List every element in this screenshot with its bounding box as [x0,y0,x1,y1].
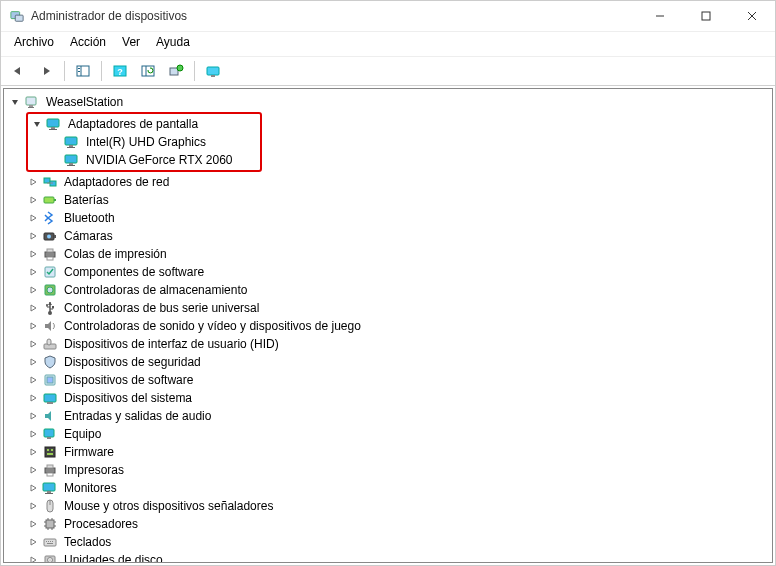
category-17[interactable]: Monitores [26,479,768,497]
category-0-label: Adaptadores de red [62,174,171,190]
category-14[interactable]: Equipo [26,425,768,443]
category-4[interactable]: Colas de impresión [26,245,768,263]
chevron-right-icon[interactable] [26,427,40,441]
category-8[interactable]: Controladoras de sonido y vídeo y dispos… [26,317,768,335]
category-18[interactable]: Mouse y otros dispositivos señaladores [26,497,768,515]
svg-rect-25 [69,145,73,147]
svg-point-15 [177,65,183,71]
category-15[interactable]: Firmware [26,443,768,461]
category-2[interactable]: Bluetooth [26,209,768,227]
chevron-right-icon[interactable] [26,229,40,243]
category-6[interactable]: Controladoras de almacenamiento [26,281,768,299]
svg-rect-78 [48,541,49,542]
svg-rect-48 [47,339,51,345]
svg-rect-24 [65,137,77,145]
category-19-label: Procesadores [62,516,140,532]
menu-ayuda[interactable]: Ayuda [149,34,197,54]
category-12[interactable]: Dispositivos del sistema [26,389,768,407]
category-7-icon [42,300,58,316]
chevron-right-icon[interactable] [26,535,40,549]
maximize-button[interactable] [683,1,729,31]
device-display-1-icon [64,152,80,168]
device-display-1[interactable]: NVIDIA GeForce RTX 2060 [48,151,258,169]
chevron-right-icon[interactable] [26,517,40,531]
category-7[interactable]: Controladoras de bus serie universal [26,299,768,317]
category-9-icon [42,336,58,352]
svg-rect-52 [47,402,53,404]
tree-root-node[interactable]: WeaselStation [8,93,768,111]
category-4-icon [42,246,58,262]
svg-rect-16 [207,67,219,75]
device-tree[interactable]: WeaselStationAdaptadores de pantallaInte… [3,88,773,563]
category-1[interactable]: Baterías [26,191,768,209]
tree-root-node-icon [24,94,40,110]
category-12-icon [42,390,58,406]
category-16[interactable]: Impresoras [26,461,768,479]
chevron-right-icon[interactable] [26,175,40,189]
menu-ver[interactable]: Ver [115,34,147,54]
svg-point-36 [47,235,51,239]
chevron-down-icon[interactable] [8,95,22,109]
svg-rect-57 [51,449,53,451]
category-display-adapters[interactable]: Adaptadores de pantalla [30,115,258,133]
svg-rect-38 [45,252,55,257]
chevron-right-icon[interactable] [26,355,40,369]
menubar: Archivo Acción Ver Ayuda [1,32,775,57]
chevron-right-icon[interactable] [26,211,40,225]
chevron-right-icon[interactable] [26,193,40,207]
scan-hardware-button[interactable] [163,58,189,84]
highlighted-display-adapters: Adaptadores de pantallaIntel(R) UHD Grap… [26,112,262,172]
display-devices-button[interactable] [200,58,226,84]
category-16-icon [42,462,58,478]
chevron-right-icon[interactable] [26,373,40,387]
chevron-right-icon[interactable] [26,337,40,351]
chevron-right-icon[interactable] [26,319,40,333]
category-2-label: Bluetooth [62,210,117,226]
device-display-0[interactable]: Intel(R) UHD Graphics [48,133,258,151]
svg-rect-58 [47,453,53,455]
chevron-down-icon[interactable] [30,117,44,131]
category-5[interactable]: Componentes de software [26,263,768,281]
category-15-label: Firmware [62,444,116,460]
category-9[interactable]: Dispositivos de interfaz de usuario (HID… [26,335,768,353]
back-button[interactable] [5,58,31,84]
category-20[interactable]: Teclados [26,533,768,551]
chevron-right-icon[interactable] [26,481,40,495]
toolbar: ? [1,57,775,86]
category-21-label: Unidades de disco [62,552,165,563]
svg-rect-56 [47,449,49,451]
chevron-right-icon[interactable] [26,265,40,279]
chevron-right-icon[interactable] [26,499,40,513]
category-19[interactable]: Procesadores [26,515,768,533]
svg-rect-53 [44,429,54,437]
minimize-button[interactable] [637,1,683,31]
chevron-right-icon[interactable] [26,463,40,477]
svg-rect-46 [52,306,54,308]
category-3[interactable]: Cámaras [26,227,768,245]
category-0[interactable]: Adaptadores de red [26,173,768,191]
chevron-right-icon[interactable] [26,409,40,423]
chevron-right-icon[interactable] [26,283,40,297]
chevron-right-icon[interactable] [26,301,40,315]
category-3-label: Cámaras [62,228,115,244]
forward-button[interactable] [33,58,59,84]
menu-archivo[interactable]: Archivo [7,34,61,54]
category-10[interactable]: Dispositivos de seguridad [26,353,768,371]
show-hide-tree-button[interactable] [70,58,96,84]
svg-rect-60 [47,465,53,468]
chevron-right-icon[interactable] [26,553,40,563]
category-9-label: Dispositivos de interfaz de usuario (HID… [62,336,281,352]
menu-accion[interactable]: Acción [63,34,113,54]
svg-point-44 [48,311,52,315]
category-15-icon [42,444,58,460]
category-21[interactable]: Unidades de disco [26,551,768,563]
category-13[interactable]: Entradas y salidas de audio [26,407,768,425]
chevron-right-icon[interactable] [26,391,40,405]
close-button[interactable] [729,1,775,31]
refresh-button[interactable] [135,58,161,84]
help-button[interactable]: ? [107,58,133,84]
chevron-right-icon[interactable] [26,247,40,261]
svg-rect-63 [47,491,51,493]
chevron-right-icon[interactable] [26,445,40,459]
category-11[interactable]: Dispositivos de software [26,371,768,389]
